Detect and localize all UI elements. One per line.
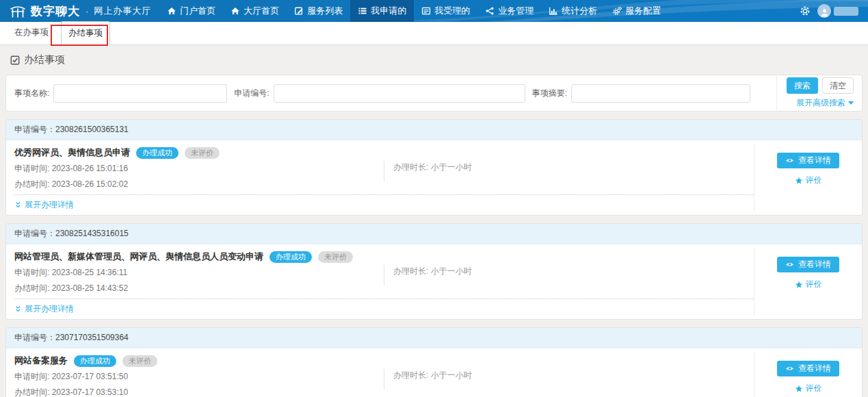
card-top: 网站备案服务 办理成功 未评价 申请时间: 2023-07-17 03:51:5… [14, 353, 754, 397]
item-name-label: 事项名称: [14, 88, 49, 99]
nav-item-service-config[interactable]: 服务配置 [605, 0, 668, 22]
search-button[interactable]: 搜索 [787, 77, 818, 94]
expand-details-text: 展开办理详情 [25, 199, 74, 211]
star-icon [795, 177, 803, 185]
application-card: 申请编号：2307170351509364 网站备案服务 办理成功 未评价 申请… [5, 327, 863, 397]
card-title: 优秀网评员、舆情信息员申请 [14, 146, 130, 159]
card-header: 申请编号：2307170351509364 [6, 328, 862, 348]
rate-link[interactable]: 评价 [795, 279, 822, 290]
apply-time-value: 2023-07-17 03:51:50 [52, 372, 128, 381]
rate-text: 评价 [806, 175, 822, 186]
my-accepted-icon [421, 6, 431, 16]
user-name-redacted[interactable] [834, 7, 858, 16]
duration-value: 小于一小时 [431, 162, 472, 172]
request-no-input[interactable] [274, 84, 525, 103]
item-summary-input[interactable] [571, 84, 750, 103]
nav-item-label: 服务配置 [625, 5, 661, 17]
status-badge: 办理成功 [269, 251, 312, 263]
duration-value: 小于一小时 [431, 266, 472, 276]
request-no-label: 申请编号： [14, 125, 55, 134]
view-details-text: 查看详情 [798, 155, 831, 166]
card-actions: 查看详情 评价 [754, 144, 862, 211]
item-summary-label: 事项摘要: [532, 88, 567, 99]
card-main: 网站备案服务 办理成功 未评价 申请时间: 2023-07-17 03:51:5… [6, 348, 754, 397]
tab-bar: 在办事项 办结事项 [0, 22, 868, 45]
nav-item-label: 统计分析 [562, 5, 597, 17]
card-title: 网站管理员、新媒体管理员、网评员、舆情信息员人员变动申请 [14, 251, 263, 263]
rate-link[interactable]: 评价 [795, 175, 822, 186]
expand-details-text: 展开办理详情 [25, 303, 74, 315]
apply-time-value: 2023-08-25 14:36:11 [52, 268, 128, 277]
gate-logo-icon [10, 4, 26, 18]
nav-item-statistics[interactable]: 统计分析 [541, 0, 605, 22]
expand-details-link[interactable]: 展开办理详情 [14, 303, 74, 315]
card-title: 网站备案服务 [14, 355, 68, 367]
app-title: 数字聊大 [31, 3, 80, 19]
rating-badge: 未评价 [318, 251, 353, 263]
main-nav: 门户首页 大厅首页 服务列表 我申请的 我受理的 业务管理 统计分析 服务配置 [159, 0, 668, 22]
request-no-value: 2308251435316015 [55, 229, 129, 238]
duration-label: 办理时长: [393, 370, 428, 380]
item-name-input[interactable] [53, 84, 227, 103]
apply-time-row: 申请时间: 2023-07-17 03:51:50 [14, 371, 384, 383]
section-title-text: 办结事项 [24, 53, 65, 66]
rating-badge: 未评价 [185, 147, 220, 159]
card-title-row: 网站管理员、新媒体管理员、网评员、舆情信息员人员变动申请 办理成功 未评价 [14, 251, 384, 263]
card-main: 网站管理员、新媒体管理员、网评员、舆情信息员人员变动申请 办理成功 未评价 申请… [6, 244, 754, 319]
field-item-summary: 事项摘要: [532, 84, 750, 103]
card-actions: 查看详情 评价 [754, 353, 862, 397]
request-no-label: 申请编号： [14, 229, 55, 238]
my-applications-icon [358, 6, 367, 16]
view-details-button[interactable]: 查看详情 [777, 361, 839, 376]
finish-time-label: 办结时间: [14, 283, 49, 293]
duration-row: 办理时长: 小于一小时 [393, 266, 754, 277]
request-no-value: 2308261500365131 [55, 125, 129, 134]
nav-item-my-accepted[interactable]: 我受理的 [414, 0, 477, 22]
view-details-text: 查看详情 [798, 363, 831, 374]
duration-label: 办理时长: [393, 266, 428, 276]
finish-time-value: 2023-08-26 15:02:02 [52, 179, 128, 189]
nav-item-my-applications[interactable]: 我申请的 [350, 0, 414, 22]
expand-details-link[interactable]: 展开办理详情 [14, 199, 74, 211]
card-duration-column: 办理时长: 小于一小时 [384, 353, 754, 397]
nav-item-portal-home[interactable]: 门户首页 [159, 0, 223, 22]
nav-item-business-management[interactable]: 业务管理 [477, 0, 541, 22]
nav-item-label: 我申请的 [371, 5, 406, 17]
duration-value: 小于一小时 [431, 370, 472, 380]
user-avatar[interactable] [817, 4, 831, 18]
settings-gear-icon[interactable] [800, 5, 811, 16]
status-badge: 办理成功 [74, 355, 116, 367]
view-details-button[interactable]: 查看详情 [777, 153, 839, 168]
nav-item-label: 大厅首页 [244, 5, 279, 17]
rate-link[interactable]: 评价 [795, 383, 822, 394]
duration-row: 办理时长: 小于一小时 [393, 370, 754, 381]
view-details-text: 查看详情 [798, 259, 831, 270]
advanced-search-link[interactable]: 展开高级搜索 [796, 97, 854, 109]
app-logo[interactable]: 数字聊大 · 网上办事大厅 [10, 3, 151, 19]
apply-time-label: 申请时间: [14, 372, 49, 381]
nav-item-hall-home[interactable]: 大厅首页 [223, 0, 287, 22]
apply-time-row: 申请时间: 2023-08-25 14:36:11 [14, 267, 384, 279]
tab-completed-items[interactable]: 办结事项 [61, 21, 110, 45]
search-panel: 事项名称: 申请编号: 事项摘要: 搜索 清空 展开高级搜索 [5, 75, 863, 112]
field-request-no: 申请编号: [234, 84, 525, 103]
logo-separator: · [86, 6, 88, 16]
finish-time-value: 2023-07-17 03:53:10 [52, 387, 128, 397]
finish-time-row: 办结时间: 2023-08-25 14:43:52 [14, 283, 384, 294]
card-left: 优秀网评员、舆情信息员申请 办理成功 未评价 申请时间: 2023-08-26 … [14, 145, 384, 190]
view-details-button[interactable]: 查看详情 [777, 257, 839, 272]
content-area: 办结事项 事项名称: 申请编号: 事项摘要: 搜索 清空 展开高级搜索 [0, 45, 868, 397]
request-no-label: 申请编号： [14, 333, 55, 342]
checked-box-icon [10, 55, 20, 65]
finish-time-value: 2023-08-25 14:43:52 [52, 283, 128, 293]
portal-home-icon [167, 6, 176, 16]
nav-item-service-list[interactable]: 服务列表 [287, 0, 350, 22]
tab-in-progress-items[interactable]: 在办事项 [11, 21, 52, 44]
clear-button[interactable]: 清空 [822, 77, 854, 94]
card-top: 网站管理员、新媒体管理员、网评员、舆情信息员人员变动申请 办理成功 未评价 申请… [14, 249, 754, 294]
card-top: 优秀网评员、舆情信息员申请 办理成功 未评价 申请时间: 2023-08-26 … [14, 145, 754, 190]
chevron-double-down-icon [14, 305, 22, 313]
person-icon [819, 8, 830, 18]
card-duration-column: 办理时长: 小于一小时 [384, 145, 754, 190]
expand-row: 展开办理详情 [14, 194, 754, 213]
